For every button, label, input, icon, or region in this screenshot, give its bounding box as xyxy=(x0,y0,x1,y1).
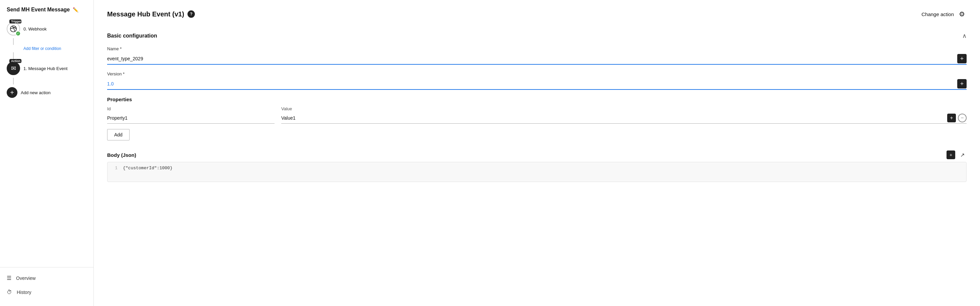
body-header: Body (Json) + ↗ xyxy=(107,150,967,159)
add-new-action-label: Add new action xyxy=(21,90,51,95)
add-filter-link[interactable]: Add filter or condition xyxy=(3,45,90,52)
clock-icon: ⏱ xyxy=(7,289,12,295)
line-number-1: 1 xyxy=(111,166,118,171)
action-badge: Action xyxy=(10,59,21,63)
mail-icon: ✉ xyxy=(11,65,16,72)
panel-header: Message Hub Event (v1) ? Change action ⚙ xyxy=(94,0,980,26)
sidebar-nav: ☰ Overview ⏱ History xyxy=(0,267,94,299)
form-content: Basic configuration ∧ Name * + Version *… xyxy=(94,26,980,195)
action-icon-container: ✉ Action xyxy=(7,62,20,75)
action-label: 1. Message Hub Event xyxy=(24,66,68,71)
prop-id-input[interactable] xyxy=(107,113,275,123)
gear-icon[interactable]: ⚙ xyxy=(957,10,967,19)
body-section: Body (Json) + ↗ 1 {"customerId":1000} xyxy=(107,150,967,182)
workflow-title-text: Send MH Event Message xyxy=(7,7,70,13)
prop-value-input[interactable] xyxy=(281,113,945,123)
body-expand-button[interactable]: ↗ xyxy=(958,150,967,159)
trigger-icon-container: ✓ Trigger xyxy=(7,22,20,35)
workflow-title: Send MH Event Message ✏️ xyxy=(0,7,94,19)
code-line-1: 1 {"customerId":1000} xyxy=(111,166,963,171)
name-add-button[interactable]: + xyxy=(957,54,967,63)
collapse-icon[interactable]: ∧ xyxy=(962,32,967,40)
sidebar-item-overview[interactable]: ☰ Overview xyxy=(0,271,94,285)
properties-section: Properties Id Value + − Add xyxy=(107,97,967,147)
history-label: History xyxy=(17,290,32,295)
basic-config-title: Basic configuration xyxy=(107,33,157,39)
action-label-group: 1. Message Hub Event xyxy=(24,66,68,71)
property-row-1: + − xyxy=(107,113,967,124)
trigger-label: 0. Webhook xyxy=(24,27,46,32)
name-input[interactable] xyxy=(107,53,954,64)
add-action-icon: + xyxy=(7,87,18,98)
version-label: Version * xyxy=(107,72,967,76)
connector-3 xyxy=(13,78,14,84)
prop-id-wrap xyxy=(107,113,275,124)
version-label-text: Version * xyxy=(107,72,124,76)
line-content-1: {"customerId":1000} xyxy=(123,166,172,171)
add-filter-text: Add filter or condition xyxy=(24,46,61,51)
change-action-button[interactable]: Change action xyxy=(921,11,954,17)
change-action-area: Change action ⚙ xyxy=(921,10,967,19)
prop-remove-button[interactable]: − xyxy=(958,114,967,122)
action-icon: ✉ xyxy=(7,62,20,75)
name-label-text: Name * xyxy=(107,46,121,51)
prop-add-button[interactable]: + xyxy=(947,114,956,122)
sidebar: Send MH Event Message ✏️ ✓ Trigger 0. We… xyxy=(0,0,94,306)
name-field-group: Name * + xyxy=(107,46,967,65)
body-code-editor[interactable]: 1 {"customerId":1000} xyxy=(107,162,967,182)
version-input[interactable] xyxy=(107,78,954,89)
body-actions: + ↗ xyxy=(947,150,967,159)
sidebar-item-history[interactable]: ⏱ History xyxy=(0,285,94,299)
name-input-row: + xyxy=(107,53,967,65)
connector-1 xyxy=(13,38,14,45)
properties-column-headers: Id Value xyxy=(107,106,967,111)
edit-title-icon[interactable]: ✏️ xyxy=(73,7,78,13)
trigger-step: ✓ Trigger 0. Webhook xyxy=(3,19,90,38)
list-icon: ☰ xyxy=(7,275,11,281)
connector-2 xyxy=(13,52,14,59)
properties-title: Properties xyxy=(107,97,967,102)
version-field-group: Version * + xyxy=(107,72,967,90)
body-add-button[interactable]: + xyxy=(947,150,955,159)
prop-value-column-header: Value xyxy=(281,106,967,111)
name-label: Name * xyxy=(107,46,967,51)
main-content: Message Hub Event (v1) ? Change action ⚙… xyxy=(94,0,980,306)
version-input-row: + xyxy=(107,78,967,90)
action-step: ✉ Action 1. Message Hub Event xyxy=(3,59,90,78)
version-add-button[interactable]: + xyxy=(957,79,967,88)
overview-label: Overview xyxy=(16,276,35,281)
trigger-label-group: 0. Webhook xyxy=(24,27,46,32)
check-badge: ✓ xyxy=(15,31,21,36)
add-property-button[interactable]: Add xyxy=(107,129,130,140)
prop-value-wrap: + − xyxy=(281,113,967,124)
basic-config-section-header: Basic configuration ∧ xyxy=(107,32,967,40)
trigger-badge: Trigger xyxy=(10,19,21,24)
body-title: Body (Json) xyxy=(107,152,136,158)
workflow-steps: ✓ Trigger 0. Webhook Add filter or condi… xyxy=(0,19,94,267)
panel-title-group: Message Hub Event (v1) ? xyxy=(107,10,195,18)
help-icon[interactable]: ? xyxy=(188,10,195,18)
panel-title-text: Message Hub Event (v1) xyxy=(107,10,184,18)
add-new-action[interactable]: + Add new action xyxy=(3,84,90,100)
prop-id-column-header: Id xyxy=(107,106,275,111)
